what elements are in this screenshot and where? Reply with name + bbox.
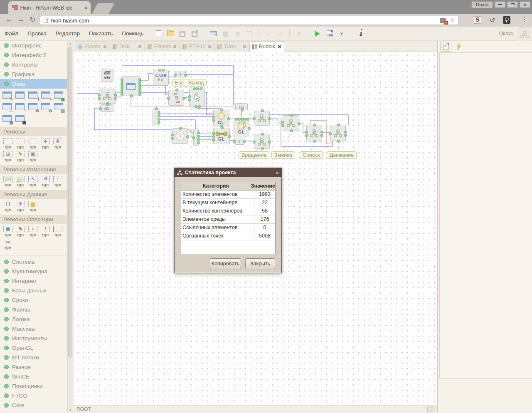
connection-port[interactable] — [268, 141, 271, 143]
profile-button[interactable]: Dmitri — [471, 1, 493, 8]
form-editor-button[interactable] — [209, 29, 218, 38]
new-file-button[interactable] — [154, 29, 163, 38]
connection-port[interactable] — [158, 111, 160, 114]
connection-port[interactable] — [188, 99, 191, 101]
bookmark-star-icon[interactable]: ☆ — [450, 17, 455, 24]
doc-tab-dnk[interactable]: DNK✖ — [110, 41, 145, 52]
connection-port[interactable] — [99, 107, 102, 110]
restore-button[interactable] — [507, 1, 518, 8]
connection-port[interactable] — [329, 132, 332, 135]
doc-tab-close-icon[interactable]: ✖ — [278, 44, 281, 49]
connection-port[interactable] — [130, 94, 133, 97]
menu-редактор[interactable]: Редактор — [51, 27, 84, 41]
scheme-node-hub-3[interactable] — [254, 134, 270, 149]
connection-port[interactable] — [158, 121, 160, 124]
scheme-node-case-ex[interactable]: CASEEX — [153, 70, 169, 86]
minimize-button[interactable] — [495, 1, 505, 8]
close-dialog-button[interactable]: Закрыть — [245, 258, 275, 269]
region-fill-icon[interactable]: rgn — [3, 176, 12, 187]
scroll-down-icon[interactable]: ▼ — [68, 408, 73, 412]
connection-port[interactable] — [158, 114, 160, 117]
sidebar-scrollbar[interactable]: ▲ ▼ — [67, 41, 73, 413]
connection-port[interactable] — [241, 109, 244, 111]
plugin-blocked-icon[interactable] — [440, 18, 446, 23]
browser-menu-icon[interactable]: ⋮ — [521, 16, 527, 23]
horizontal-scrollbar[interactable] — [427, 406, 436, 413]
about-button[interactable]: ı — [356, 29, 365, 38]
scheme-node-strip-1[interactable] — [153, 109, 159, 125]
scrollbar-thumb[interactable] — [68, 47, 72, 358]
connection-port[interactable] — [253, 117, 256, 120]
connection-port[interactable] — [212, 132, 215, 135]
scheme-node-node-10[interactable]: 10↓→10 — [168, 90, 184, 106]
connection-port[interactable] — [235, 118, 238, 121]
scheme-node-as-2[interactable]: as — [235, 103, 248, 110]
doc-tab-close-icon[interactable]: ✖ — [138, 44, 142, 49]
sidebar-category-сроки[interactable]: Сроки — [0, 295, 67, 305]
connection-port[interactable] — [305, 131, 308, 134]
window-move-icon[interactable]: + — [41, 91, 51, 100]
sidebar-category-инструменты[interactable]: Инструменты — [0, 334, 67, 343]
address-bar[interactable]: hion.hiasm.com ☆ — [40, 16, 459, 25]
connection-port[interactable] — [253, 141, 256, 143]
region-ellipse-icon[interactable]: rgn — [28, 138, 37, 149]
connection-port[interactable] — [114, 97, 117, 100]
region-rotate-icon[interactable]: ↺rgn — [41, 176, 50, 187]
sidebar-category-интерфейс[interactable]: Интерфейс — [0, 41, 67, 50]
connection-port[interactable] — [212, 116, 215, 119]
connection-port[interactable] — [248, 127, 251, 130]
connection-port[interactable] — [158, 69, 161, 72]
connection-port[interactable] — [162, 69, 165, 72]
connection-port[interactable] — [261, 133, 264, 136]
connection-port[interactable] — [241, 118, 244, 121]
connection-port[interactable] — [186, 135, 189, 138]
back-icon[interactable]: ← — [4, 15, 14, 24]
connection-port[interactable] — [98, 97, 101, 100]
extension-s-icon[interactable]: S — [474, 16, 481, 24]
sidebar-category-интернет[interactable]: Интернет — [0, 276, 67, 286]
scheme-node-cursor[interactable] — [189, 89, 205, 107]
sidebar-category-система[interactable]: Система — [0, 257, 67, 267]
connection-port[interactable] — [290, 114, 293, 117]
scheme-node-ver[interactable]: ver — [101, 69, 113, 82]
connection-port[interactable] — [179, 127, 182, 130]
connection-port[interactable] — [212, 135, 215, 138]
menu-помощь[interactable]: Помощь — [117, 27, 148, 41]
connection-port[interactable] — [281, 121, 284, 124]
region-rect-icon[interactable]: rgn — [3, 138, 12, 149]
doc-tab-events[interactable]: Events✖ — [75, 41, 110, 52]
open-file-button[interactable] — [166, 29, 175, 38]
window-image-icon[interactable]: ▦ — [54, 91, 64, 100]
connection-port[interactable] — [313, 124, 316, 126]
tab-close-icon[interactable]: × — [84, 5, 87, 11]
connection-port[interactable] — [221, 126, 224, 129]
connection-port[interactable] — [175, 89, 178, 92]
region-load-icon[interactable]: ▆rgn — [28, 201, 37, 212]
sidebar-category-kernelchip[interactable]: KernelChip — [0, 410, 67, 413]
connection-port[interactable] — [197, 138, 200, 141]
region-text-icon[interactable]: Argn — [53, 138, 62, 149]
connection-port[interactable] — [167, 97, 170, 100]
doc-tab-close-icon[interactable]: ✖ — [103, 44, 107, 49]
region-dialog-icon[interactable]: ▣rgn — [28, 151, 37, 162]
connection-port[interactable] — [198, 105, 201, 108]
scheme-node-gl-target[interactable]: GL — [213, 110, 229, 126]
connection-port[interactable] — [320, 131, 323, 134]
connection-port[interactable] — [261, 109, 264, 112]
connection-port[interactable] — [233, 140, 236, 143]
connection-port[interactable] — [158, 118, 160, 121]
window-frames-icon[interactable]: ▦ — [15, 114, 25, 124]
connection-port[interactable] — [228, 135, 231, 138]
connection-port[interactable] — [344, 131, 347, 134]
sidebar-category-ftcg[interactable]: FTCG — [0, 391, 67, 401]
compile-button[interactable] — [325, 29, 334, 38]
region-window-icon[interactable]: ▣rgn — [3, 226, 12, 237]
sidebar-category-файлы[interactable]: Файлы — [0, 305, 67, 314]
copy-button[interactable]: Копировать — [210, 258, 241, 269]
sidebar-category-базы-данных[interactable]: Базы данных — [0, 286, 67, 295]
scheme-node-plus-1[interactable]: + — [175, 71, 186, 78]
connection-port[interactable] — [197, 131, 200, 134]
close-button[interactable]: × — [520, 1, 530, 8]
sidebar-category-графика[interactable]: Графика — [0, 69, 67, 79]
new-tab-button[interactable] — [92, 3, 114, 14]
